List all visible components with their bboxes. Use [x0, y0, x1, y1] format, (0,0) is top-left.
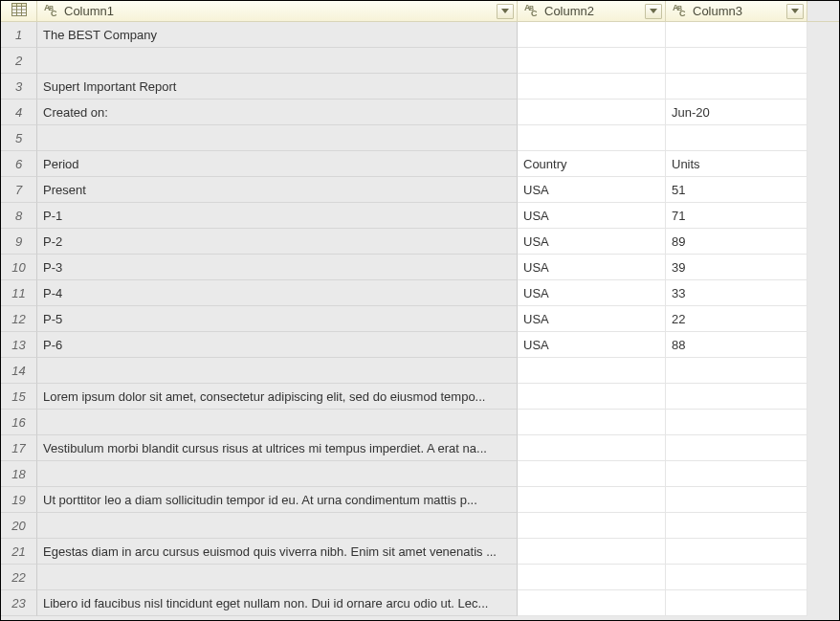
table-row[interactable]: 12P-5USA22 [1, 306, 839, 332]
cell-c3[interactable] [666, 74, 807, 100]
row-number[interactable]: 13 [1, 332, 37, 358]
filter-dropdown-button[interactable] [497, 4, 514, 19]
cell-c3[interactable] [666, 435, 807, 461]
cell-c3[interactable]: Jun-20 [666, 100, 807, 125]
cell-c2[interactable] [518, 410, 666, 435]
cell-c1[interactable]: Created on: [37, 100, 518, 125]
filter-dropdown-button[interactable] [645, 4, 662, 19]
cell-c1[interactable]: P-5 [37, 306, 518, 332]
cell-c2[interactable] [518, 539, 666, 565]
cell-c3[interactable] [666, 461, 807, 487]
cell-c2[interactable] [518, 487, 666, 513]
cell-c1[interactable]: P-2 [37, 229, 518, 255]
row-number[interactable]: 15 [1, 384, 37, 410]
cell-c3[interactable]: 39 [666, 255, 807, 280]
cell-c1[interactable]: Present [37, 177, 518, 203]
cell-c2[interactable] [518, 74, 666, 100]
table-row[interactable]: 22 [1, 565, 839, 590]
cell-c3[interactable]: 88 [666, 332, 807, 358]
cell-c2[interactable]: USA [518, 255, 666, 280]
cell-c3[interactable]: 51 [666, 177, 807, 203]
row-number[interactable]: 18 [1, 461, 37, 487]
cell-c1[interactable] [37, 565, 518, 590]
cell-c3[interactable] [666, 125, 807, 151]
table-row[interactable]: 8P-1USA71 [1, 203, 839, 229]
row-number[interactable]: 2 [1, 48, 37, 74]
table-row[interactable]: 23Libero id faucibus nisl tincidunt eget… [1, 590, 839, 616]
cell-c2[interactable]: USA [518, 332, 666, 358]
row-number[interactable]: 10 [1, 255, 37, 280]
column-header-column2[interactable]: C Column2 [518, 1, 666, 21]
row-number[interactable]: 1 [1, 22, 37, 48]
table-row[interactable]: 19Ut porttitor leo a diam sollicitudin t… [1, 487, 839, 513]
row-number[interactable]: 17 [1, 435, 37, 461]
cell-c2[interactable]: Country [518, 151, 666, 177]
cell-c2[interactable] [518, 513, 666, 539]
cell-c1[interactable] [37, 125, 518, 151]
row-number[interactable]: 22 [1, 565, 37, 590]
cell-c3[interactable]: 33 [666, 280, 807, 306]
cell-c3[interactable] [666, 22, 807, 48]
row-number[interactable]: 12 [1, 306, 37, 332]
cell-c2[interactable] [518, 125, 666, 151]
row-number[interactable]: 9 [1, 229, 37, 255]
cell-c2[interactable] [518, 100, 666, 125]
cell-c2[interactable]: USA [518, 306, 666, 332]
filter-dropdown-button[interactable] [786, 4, 804, 19]
cell-c1[interactable]: Ut porttitor leo a diam sollicitudin tem… [37, 487, 518, 513]
cell-c1[interactable] [37, 48, 518, 74]
row-number[interactable]: 7 [1, 177, 37, 203]
row-number[interactable]: 20 [1, 513, 37, 539]
row-number[interactable]: 4 [1, 100, 37, 125]
cell-c1[interactable]: Vestibulum morbi blandit cursus risus at… [37, 435, 518, 461]
cell-c3[interactable]: 22 [666, 306, 807, 332]
cell-c1[interactable] [37, 358, 518, 384]
cell-c3[interactable] [666, 48, 807, 74]
table-row[interactable]: 17Vestibulum morbi blandit cursus risus … [1, 435, 839, 461]
cell-c3[interactable]: 89 [666, 229, 807, 255]
cell-c2[interactable] [518, 48, 666, 74]
table-row[interactable]: 13P-6USA88 [1, 332, 839, 358]
cell-c1[interactable]: P-3 [37, 255, 518, 280]
table-row[interactable]: 5 [1, 125, 839, 151]
row-number[interactable]: 3 [1, 74, 37, 100]
row-number[interactable]: 11 [1, 280, 37, 306]
cell-c2[interactable] [518, 358, 666, 384]
cell-c2[interactable] [518, 565, 666, 590]
table-row[interactable]: 2 [1, 48, 839, 74]
cell-c1[interactable] [37, 513, 518, 539]
row-number[interactable]: 14 [1, 358, 37, 384]
cell-c3[interactable] [666, 565, 807, 590]
row-number[interactable]: 19 [1, 487, 37, 513]
table-row[interactable]: 20 [1, 513, 839, 539]
cell-c2[interactable]: USA [518, 177, 666, 203]
table-row[interactable]: 7PresentUSA51 [1, 177, 839, 203]
cell-c2[interactable]: USA [518, 280, 666, 306]
cell-c3[interactable]: Units [666, 151, 807, 177]
row-number[interactable]: 8 [1, 203, 37, 229]
row-number[interactable]: 16 [1, 410, 37, 435]
cell-c1[interactable]: P-4 [37, 280, 518, 306]
column-header-column1[interactable]: C Column1 [37, 1, 518, 21]
table-row[interactable]: 9P-2USA89 [1, 229, 839, 255]
table-row[interactable]: 11P-4USA33 [1, 280, 839, 306]
cell-c3[interactable] [666, 358, 807, 384]
cell-c1[interactable]: Period [37, 151, 518, 177]
cell-c1[interactable]: Supert Important Report [37, 74, 518, 100]
cell-c2[interactable] [518, 22, 666, 48]
cell-c3[interactable] [666, 513, 807, 539]
row-number[interactable]: 23 [1, 590, 37, 616]
cell-c1[interactable] [37, 461, 518, 487]
table-row[interactable]: 18 [1, 461, 839, 487]
row-number[interactable]: 6 [1, 151, 37, 177]
cell-c3[interactable] [666, 384, 807, 410]
cell-c2[interactable] [518, 461, 666, 487]
cell-c2[interactable] [518, 435, 666, 461]
cell-c3[interactable] [666, 410, 807, 435]
cell-c1[interactable]: P-6 [37, 332, 518, 358]
cell-c3[interactable] [666, 590, 807, 616]
table-row[interactable]: 21Egestas diam in arcu cursus euismod qu… [1, 539, 839, 565]
cell-c1[interactable]: Libero id faucibus nisl tincidunt eget n… [37, 590, 518, 616]
cell-c2[interactable] [518, 590, 666, 616]
cell-c1[interactable] [37, 410, 518, 435]
